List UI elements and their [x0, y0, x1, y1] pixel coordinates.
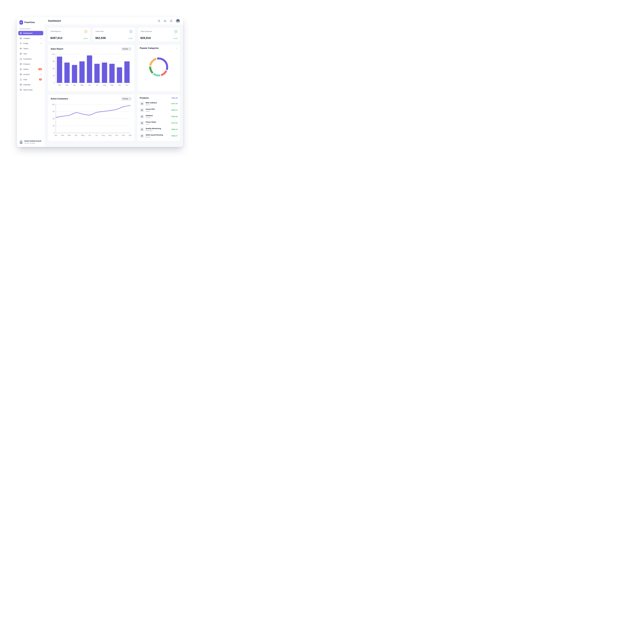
product-row-web-callback[interactable]: Web CallbackMondy+$767.50 — [140, 100, 178, 107]
sidebar-item-label: Customers — [23, 58, 32, 60]
product-owner: Roloff — [146, 111, 155, 112]
moon-icon[interactable] — [164, 20, 166, 22]
product-row-skills-based-routing[interactable]: Skills-based RoutingBryson+$406.27 — [140, 133, 178, 139]
chevron-down-icon — [129, 98, 130, 99]
svg-text:Nov: Nov — [122, 134, 125, 136]
stat-label: Total Expenses — [140, 30, 152, 32]
svg-text:Feb: Feb — [58, 84, 61, 86]
grid-icon — [20, 32, 22, 34]
svg-text:0: 0 — [54, 82, 55, 84]
customers-period-select[interactable]: Monthly — [121, 97, 132, 101]
charts-row-2: Active Customers Monthly 0306090120JanFe… — [48, 95, 180, 141]
sales-period-select[interactable]: Monthly — [121, 47, 132, 51]
active-customers-card: Active Customers Monthly 0306090120JanFe… — [48, 95, 134, 141]
sidebar-item-invoices[interactable]: Invoices — [18, 72, 43, 77]
sidebar-item-products[interactable]: Products — [18, 62, 43, 66]
people-icon — [20, 48, 22, 50]
svg-text:90: 90 — [53, 60, 55, 62]
sidebar-item-customers[interactable]: Customers — [18, 57, 43, 61]
product-amount: +$630.44 — [171, 129, 178, 130]
svg-text:Jan: Jan — [54, 134, 57, 136]
sidebar-item-dashboard[interactable]: Dashboard — [18, 31, 43, 35]
sidebar-item-task[interactable]: Task — [18, 52, 43, 56]
svg-text:60: 60 — [53, 68, 55, 70]
active-customers-line-chart: 0306090120JanFebMarAprMayJunJulAugSepOct… — [51, 103, 132, 138]
invoice-icon — [20, 73, 22, 75]
product-name: Power Dialer — [146, 121, 156, 123]
circle-p-icon — [140, 114, 144, 119]
chevron-down-icon — [129, 48, 130, 50]
profile-avatar[interactable] — [176, 19, 180, 23]
popular-categories-card: Popular Categories — [137, 45, 180, 91]
charts-row-1: Sales Report Monthly 0306090120FebMarApr… — [48, 45, 180, 91]
stat-icon — [84, 30, 88, 33]
svg-text:Feb: Feb — [61, 134, 64, 136]
svg-text:Jun: Jun — [88, 134, 91, 136]
bag-icon — [20, 68, 22, 70]
sidebar-item-calendar[interactable]: Calendar — [18, 82, 43, 87]
headset-icon — [20, 58, 22, 60]
sidebar-item-chat[interactable]: Chat5 — [18, 77, 43, 82]
calendar-icon — [20, 84, 22, 86]
svg-text:Oct: Oct — [118, 84, 121, 86]
chevron-down-icon[interactable] — [176, 47, 178, 49]
product-row-power-dialer[interactable]: Power DialerLaura+$178.35 — [140, 120, 178, 126]
sidebar-item-orders[interactable]: Orders16 — [18, 67, 43, 71]
user-info: Ganta Venkata Kousik Product Designer — [24, 140, 41, 144]
sidebar-item-label: Profile — [23, 43, 28, 44]
sidebar-item-teams[interactable]: Teams — [18, 46, 43, 51]
sidebar-item-label: Teams — [23, 48, 28, 50]
svg-text:90: 90 — [53, 111, 55, 112]
chevron-down-icon — [40, 37, 42, 39]
stat-change: +8.8% — [83, 38, 88, 40]
app-name: FlowVista — [24, 21, 35, 24]
chat-icon — [20, 78, 22, 81]
svg-text:Aug: Aug — [102, 134, 105, 136]
svg-text:Jul: Jul — [96, 84, 98, 86]
view-all-link[interactable]: View All — [172, 97, 178, 99]
svg-text:Jun: Jun — [88, 84, 91, 86]
categories-donut-chart — [140, 56, 178, 78]
bell-icon[interactable] — [170, 20, 172, 22]
product-name: Web Callback — [146, 102, 157, 104]
circle-p-icon — [20, 63, 22, 65]
product-row-cloud-apis[interactable]: Cloud APIsRoloff+$928.41 — [140, 107, 178, 113]
svg-text:60: 60 — [53, 118, 55, 120]
sidebar-item-profile[interactable]: Profile — [18, 41, 43, 46]
products-card: Products View All Web CallbackMondy+$767… — [137, 95, 180, 141]
customers-period-value: Monthly — [123, 98, 128, 100]
user-icon — [20, 42, 22, 45]
circle-p-icon — [140, 108, 144, 112]
svg-text:Mar: Mar — [68, 134, 71, 136]
sidebar-item-help-center[interactable]: Help Center — [18, 88, 43, 92]
notification-badge: 16 — [38, 68, 42, 70]
sidebar-item-analytics[interactable]: Analytics — [18, 36, 43, 40]
product-amount: +$767.50 — [171, 103, 178, 105]
product-row-sidekick[interactable]: SidekickHemme+$328.85 — [140, 113, 178, 120]
sidebar-item-label: Help Center — [23, 89, 33, 91]
sidebar-user[interactable]: Ganta Venkata Kousik Product Designer — [17, 138, 45, 147]
svg-text:120: 120 — [52, 53, 55, 55]
app-window: F FlowVista MANAGEMENT DashboardAnalytic… — [17, 17, 183, 147]
search-icon[interactable] — [158, 20, 160, 22]
circle-p-icon — [140, 127, 144, 132]
circle-p-icon — [140, 101, 144, 106]
stat-card-total-balance: Total Balance$287,612+8.8% — [48, 28, 90, 41]
user-role: Product Designer — [24, 142, 41, 144]
sidebar-item-label: Chat — [23, 79, 27, 81]
user-avatar — [19, 140, 23, 144]
stat-icon — [174, 30, 178, 33]
product-row-quality-monitoring[interactable]: Quality MonitoringBorkowski+$630.44 — [140, 126, 178, 133]
dashboard-content: Total Balance$287,612+8.8%Total Profit$6… — [45, 25, 183, 147]
stat-value: $26,816 — [140, 36, 151, 40]
sidebar-item-label: Analytics — [23, 37, 30, 39]
popular-categories-title: Popular Categories — [140, 47, 159, 49]
svg-text:Nov: Nov — [125, 84, 129, 86]
sidebar-section-label: MANAGEMENT — [20, 28, 45, 30]
stat-card-total-expenses: Total Expenses$26,816+4.5% — [138, 28, 180, 41]
products-list: Web CallbackMondy+$767.50Cloud APIsRolof… — [140, 100, 178, 139]
bar-chart-icon — [20, 37, 22, 39]
circle-p-icon — [140, 121, 144, 125]
product-owner: Bryson — [146, 136, 163, 138]
help-icon — [20, 89, 22, 91]
